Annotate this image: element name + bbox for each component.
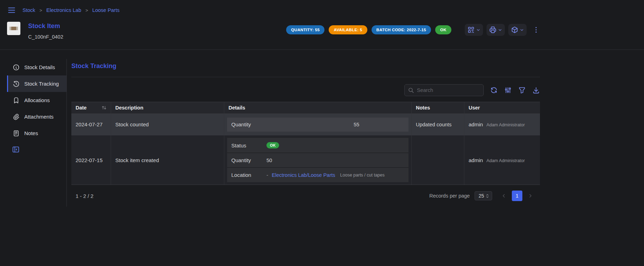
location-description: Loose parts / cut tapes — [340, 173, 385, 178]
next-page-button[interactable] — [525, 191, 536, 201]
sidebar-item-label: Allocations — [24, 97, 50, 103]
stock-actions-button[interactable] — [508, 24, 527, 36]
table-footer: 1 - 2 / 2 Records per page 25 — [71, 185, 540, 207]
content: Stock Details Stock Tracking Allocations… — [0, 50, 547, 207]
cell-description: Stock counted — [111, 114, 224, 135]
capacitor-image — [9, 25, 18, 32]
print-actions-button[interactable] — [487, 24, 505, 36]
sidebar-item-attachments[interactable]: Attachments — [7, 108, 66, 125]
cell-notes: Updated counts — [412, 114, 464, 135]
sidebar-item-notes[interactable]: Notes — [7, 125, 66, 141]
menu-icon — [7, 6, 16, 15]
download-button[interactable] — [532, 86, 540, 94]
detail-value: 50 — [266, 158, 272, 163]
sidebar-collapse-button[interactable] — [7, 146, 66, 153]
sidebar-item-label: Stock Tracking — [24, 81, 59, 87]
sidebar-item-label: Notes — [24, 130, 38, 136]
chevron-left-icon — [501, 193, 507, 199]
refresh-icon — [490, 86, 498, 94]
row-description: Stock item created — [115, 157, 159, 163]
cell-date: 2022-07-15 — [71, 135, 111, 185]
breadcrumb-separator: > — [39, 8, 42, 13]
table-row[interactable]: 2022-07-15 Stock item created Status OK — [71, 135, 540, 185]
header-titles: Stock Item C_100nF_0402 — [28, 22, 63, 40]
filter-icon — [518, 86, 526, 94]
column-label: User — [469, 105, 480, 111]
column-label: Date — [76, 105, 86, 111]
cell-user: admin Adam Administrator — [464, 114, 540, 135]
main-panel: Stock Tracking — [67, 59, 547, 207]
kebab-menu-icon — [532, 26, 540, 34]
row-date: 2022-07-15 — [76, 157, 103, 163]
topbar: Stock > Electronics Lab > Loose Parts — [0, 0, 547, 19]
sidebar: Stock Details Stock Tracking Allocations… — [7, 59, 66, 207]
detail-label: Quantity — [231, 121, 266, 127]
sidebar-item-stock-details[interactable]: Stock Details — [7, 59, 66, 75]
section-title: Stock Tracking — [71, 62, 540, 70]
table-toolbar — [71, 84, 540, 96]
selector-icon — [485, 193, 490, 199]
detail-value: 55 — [266, 122, 404, 127]
pagination: 1 — [498, 191, 536, 201]
column-header-notes: Notes — [412, 102, 464, 113]
breadcrumb: Stock > Electronics Lab > Loose Parts — [22, 7, 120, 13]
table-columns-button[interactable] — [504, 86, 512, 94]
breadcrumb-electronics-lab[interactable]: Electronics Lab — [46, 7, 81, 13]
refresh-button[interactable] — [490, 86, 498, 94]
records-per-page-select[interactable]: 25 — [475, 191, 492, 200]
location-dash: - — [266, 172, 268, 178]
column-header-details: Details — [224, 102, 412, 113]
column-label: Description — [115, 105, 143, 111]
detail-label: Status — [231, 142, 266, 148]
stock-actions-cube-icon — [511, 26, 519, 34]
history-icon — [13, 80, 20, 87]
chevron-down-icon — [476, 28, 481, 32]
search-icon — [408, 87, 414, 93]
row-date: 2024-07-27 — [76, 121, 103, 127]
cell-description: Stock item created — [111, 135, 224, 185]
location-link[interactable]: Electronics Lab/Loose Parts — [272, 172, 335, 178]
stock-item-page: Stock > Electronics Lab > Loose Parts St… — [0, 0, 547, 266]
sort-icon[interactable] — [102, 105, 107, 110]
chevron-right-icon — [528, 193, 533, 199]
record-range: 1 - 2 / 2 — [76, 193, 94, 199]
menu-button[interactable] — [7, 6, 16, 15]
records-per-page-label: Records per page — [429, 193, 470, 199]
user-line: admin Adam Administrator — [469, 121, 525, 127]
records-per-page-value: 25 — [478, 193, 484, 199]
row-notes: Updated counts — [416, 122, 452, 127]
page-header: Stock Item C_100nF_0402 QUANTITY: 55 AVA… — [0, 19, 547, 49]
barcode-actions-button[interactable] — [465, 24, 483, 36]
row-user-fullname: Adam Administrator — [487, 122, 525, 127]
previous-page-button[interactable] — [498, 191, 509, 201]
page-1-button[interactable]: 1 — [512, 191, 522, 201]
table-row[interactable]: 2024-07-27 Stock counted Quantity 55 — [71, 113, 540, 135]
page-title: Stock Item — [28, 22, 63, 30]
filter-button[interactable] — [518, 86, 526, 94]
column-label: Notes — [416, 105, 430, 111]
user-line: admin Adam Administrator — [469, 157, 525, 163]
search-input[interactable] — [417, 87, 480, 93]
more-options-button[interactable] — [532, 26, 540, 34]
detail-label: Location — [231, 172, 266, 178]
stock-item-thumbnail[interactable] — [7, 22, 20, 35]
footer-right: Records per page 25 1 — [429, 191, 536, 201]
adjustments-icon — [504, 86, 512, 94]
chevron-down-icon — [498, 28, 502, 32]
sidebar-item-stock-tracking[interactable]: Stock Tracking — [7, 75, 66, 92]
cell-details: Quantity 55 — [224, 114, 412, 135]
row-user: admin — [469, 121, 483, 127]
detail-row-status: Status OK — [227, 138, 408, 153]
info-circle-icon — [13, 64, 20, 71]
details-table: Quantity 55 — [227, 118, 408, 132]
status-badge: OK — [435, 25, 451, 34]
detail-row-quantity: Quantity 50 — [227, 153, 408, 167]
column-header-date[interactable]: Date — [71, 102, 111, 113]
breadcrumb-stock[interactable]: Stock — [22, 7, 35, 13]
column-header-user: User — [464, 102, 540, 113]
cell-user: admin Adam Administrator — [464, 135, 540, 185]
available-badge: AVAILABLE: 5 — [329, 25, 367, 34]
sidebar-item-allocations[interactable]: Allocations — [7, 92, 66, 108]
detail-label: Quantity — [231, 157, 266, 163]
breadcrumb-loose-parts[interactable]: Loose Parts — [92, 7, 120, 13]
